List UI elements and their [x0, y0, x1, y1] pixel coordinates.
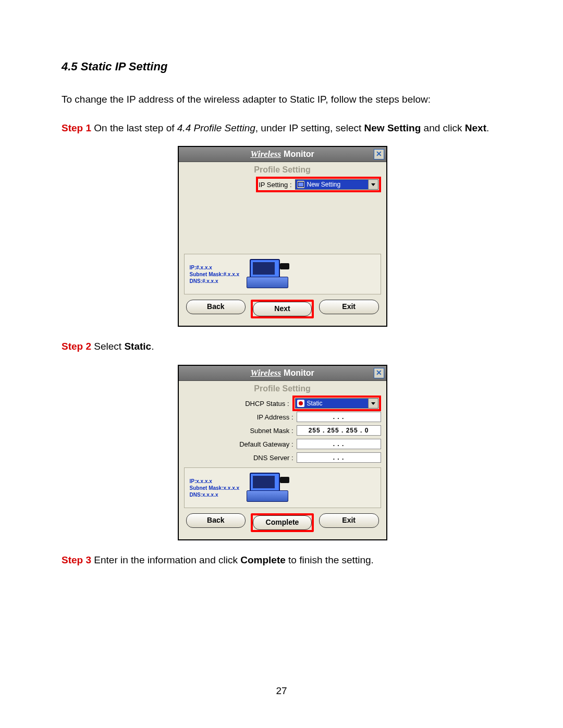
dns-server-label: DNS Server :	[253, 454, 293, 462]
subnet-mask-field[interactable]: 255 . 255 . 255 . 0	[297, 425, 381, 436]
step-3-label: Step 3	[62, 554, 91, 565]
dhcp-status-row: DHCP Status : Static	[184, 397, 381, 410]
profile-setting-title: Profile Setting	[184, 165, 381, 175]
subnet-mask-row: Subnet Mask : 255 . 255 . 255 . 0	[184, 424, 381, 437]
ip-setting-row: IP Setting : New Setting	[184, 178, 381, 191]
info-panel: IP:#.x.x.x Subnet Mask:#.x.x.x DNS:#.x.x…	[184, 254, 381, 294]
step-2-label: Step 2	[62, 341, 91, 352]
step-2-bold-1: Static	[124, 341, 151, 352]
window-title: Wireless Monitor	[250, 368, 314, 378]
static-dot-icon	[297, 400, 304, 407]
titlebar: Wireless Monitor ✕	[179, 366, 386, 381]
screenshot-1: Wireless Monitor ✕ Profile Setting IP Se…	[62, 146, 503, 327]
info-text: IP:#.x.x.x Subnet Mask:#.x.x.x DNS:#.x.x…	[190, 264, 240, 285]
page-number: 27	[0, 685, 563, 697]
step-1-ref: 4.4 Profile Setting	[177, 122, 255, 133]
step-3-text-a: Enter in the information and click	[91, 554, 240, 565]
dns-server-row: DNS Server : . . .	[184, 451, 381, 464]
dhcp-status-value: Static	[307, 400, 323, 407]
ip-address-field[interactable]: . . .	[297, 412, 381, 422]
title-monitor: Monitor	[284, 368, 314, 378]
default-gateway-label: Default Gateway :	[239, 440, 293, 448]
chevron-down-icon[interactable]	[368, 180, 378, 189]
button-row: Back Next Exit	[184, 294, 381, 320]
complete-button[interactable]: Complete	[253, 515, 312, 530]
step-1-text-c: and click	[421, 122, 464, 133]
step-2: Step 2 Select Static.	[62, 340, 503, 353]
complete-button-highlight: Complete	[251, 513, 314, 532]
info-panel: IP:x.x.x.x Subnet Mask:x.x.x.x DNS:x.x.x…	[184, 467, 381, 508]
dhcp-status-label: DHCP Status :	[245, 400, 289, 408]
window-title: Wireless Monitor	[250, 149, 314, 159]
dns-server-field[interactable]: . . .	[297, 452, 381, 463]
dhcp-status-dropdown[interactable]: Static	[295, 398, 378, 409]
step-3: Step 3 Enter in the information and clic…	[62, 554, 503, 567]
next-button-highlight: Next	[251, 300, 314, 318]
step-1-text-a: On the last step of	[91, 122, 177, 133]
wireless-monitor-window-1: Wireless Monitor ✕ Profile Setting IP Se…	[178, 146, 387, 327]
screenshot-2: Wireless Monitor ✕ Profile Setting DHCP …	[62, 365, 503, 540]
step-3-bold-1: Complete	[240, 554, 286, 565]
step-1-bold-1: New Setting	[364, 122, 421, 133]
default-gateway-row: Default Gateway : . . .	[184, 437, 381, 451]
titlebar: Wireless Monitor ✕	[179, 147, 386, 162]
wireless-monitor-window-2: Wireless Monitor ✕ Profile Setting DHCP …	[178, 365, 387, 540]
step-3-text-b: to finish the setting.	[286, 554, 374, 565]
close-icon[interactable]: ✕	[374, 149, 384, 159]
step-1-bold-2: Next	[465, 122, 486, 133]
button-row: Back Complete Exit	[184, 508, 381, 534]
network-icon	[297, 181, 304, 188]
window-body: Profile Setting IP Setting : New Setting	[179, 162, 386, 326]
step-1-text-b: , under IP setting, select	[255, 122, 364, 133]
back-button[interactable]: Back	[186, 513, 246, 528]
exit-button[interactable]: Exit	[319, 513, 379, 528]
step-1: Step 1 On the last step of 4.4 Profile S…	[62, 122, 503, 135]
ip-setting-value: New Setting	[307, 181, 341, 188]
ip-address-row: IP Address : . . .	[184, 410, 381, 424]
close-icon[interactable]: ✕	[374, 368, 384, 378]
step-2-text-a: Select	[91, 341, 124, 352]
chevron-down-icon[interactable]	[368, 399, 378, 408]
dhcp-status-highlight: Static	[292, 396, 381, 411]
form-rows: DHCP Status : Static IP Address : . .	[184, 397, 381, 464]
info-text: IP:x.x.x.x Subnet Mask:x.x.x.x DNS:x.x.x…	[190, 478, 240, 498]
profile-setting-title: Profile Setting	[184, 384, 381, 393]
step-1-label: Step 1	[62, 122, 91, 133]
next-button[interactable]: Next	[253, 302, 312, 316]
subnet-mask-label: Subnet Mask :	[250, 427, 293, 435]
back-button[interactable]: Back	[186, 300, 246, 314]
intro-text: To change the IP address of the wireless…	[62, 93, 503, 106]
laptop-icon	[247, 473, 289, 503]
ip-setting-highlight: IP Setting : New Setting	[256, 177, 381, 192]
exit-button[interactable]: Exit	[319, 300, 379, 314]
title-wireless: Wireless	[250, 149, 281, 159]
ip-address-label: IP Address :	[257, 413, 293, 421]
form-rows: IP Setting : New Setting	[184, 178, 381, 251]
ip-setting-label: IP Setting :	[259, 181, 291, 189]
section-heading: 4.5 Static IP Setting	[62, 60, 503, 73]
title-monitor: Monitor	[284, 150, 314, 159]
document-page: 4.5 Static IP Setting To change the IP a…	[0, 0, 563, 728]
title-wireless: Wireless	[250, 368, 281, 378]
ip-setting-dropdown[interactable]: New Setting	[295, 179, 378, 190]
step-1-text-d: .	[486, 122, 489, 133]
default-gateway-field[interactable]: . . .	[297, 439, 381, 449]
laptop-icon	[247, 259, 289, 289]
step-2-text-b: .	[151, 341, 154, 352]
window-body: Profile Setting DHCP Status : Static	[179, 381, 386, 539]
